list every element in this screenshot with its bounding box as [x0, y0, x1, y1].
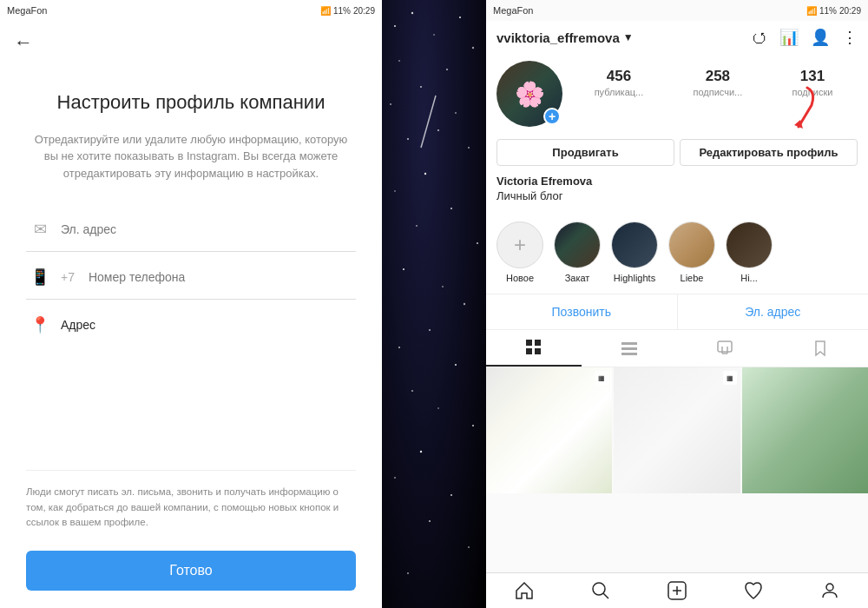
tab-tagged[interactable] — [677, 330, 773, 367]
svg-rect-41 — [621, 353, 637, 355]
svg-point-32 — [407, 572, 409, 574]
svg-point-21 — [429, 329, 431, 331]
svg-rect-39 — [621, 342, 637, 345]
highlight-liebe[interactable]: Liebe — [668, 221, 715, 283]
battery-left: 11% — [333, 6, 351, 16]
top-bar: vviktoria_effremova ▼ ⭯ 📊 👤 ⋮ — [496, 21, 858, 54]
svg-rect-37 — [526, 348, 532, 354]
highlight-sunset[interactable]: Закат — [554, 221, 601, 283]
promote-button[interactable]: Продвигать — [496, 139, 674, 166]
email-contact-button[interactable]: Эл. адрес — [678, 294, 869, 329]
svg-point-5 — [398, 60, 400, 62]
highlight-circle-sunset — [554, 221, 601, 268]
contact-buttons: Позвонить Эл. адрес — [486, 294, 868, 329]
nav-heart[interactable] — [715, 580, 792, 601]
nav-profile[interactable] — [792, 580, 868, 601]
email-input[interactable] — [61, 222, 352, 236]
svg-point-20 — [464, 303, 465, 305]
photo-cell-2[interactable]: ▦ — [614, 367, 740, 493]
following-label: подписки — [792, 87, 833, 97]
highlights-row: + Новое Закат Highlights Liebe — [486, 211, 868, 294]
photo-cell-1[interactable]: ▦ — [486, 367, 612, 493]
svg-point-22 — [398, 347, 400, 348]
highlight-highlights[interactable]: Highlights — [611, 221, 658, 283]
highlight-new[interactable]: + Новое — [496, 221, 543, 283]
divider-panel — [382, 0, 486, 608]
chevron-down-icon: ▼ — [623, 31, 634, 43]
time-left: 20:29 — [353, 6, 375, 16]
top-bar-icons: ⭯ 📊 👤 ⋮ — [752, 28, 858, 47]
svg-point-23 — [455, 364, 457, 366]
status-icons-left: 📶 11% 20:29 — [320, 6, 375, 16]
followers-label: подписчи... — [693, 87, 742, 97]
tab-saved[interactable] — [773, 330, 868, 367]
left-content: Настроить профиль компании Отредактируйт… — [0, 64, 382, 608]
profile-info: Victoria Efremova Личный блог — [496, 175, 858, 202]
svg-point-18 — [403, 268, 404, 270]
status-bar-left: MegaFon 📶 11% 20:29 — [0, 0, 382, 21]
more-icon[interactable]: ⋮ — [842, 28, 858, 47]
nav-home[interactable] — [486, 580, 562, 601]
username-area[interactable]: vviktoria_effremova ▼ — [496, 30, 741, 45]
highlight-image-highlights — [612, 222, 657, 268]
svg-point-27 — [420, 451, 422, 453]
highlight-more[interactable]: Hi... — [726, 221, 773, 283]
svg-point-3 — [459, 17, 461, 18]
photo-cell-3[interactable] — [742, 367, 868, 493]
svg-point-7 — [420, 86, 422, 88]
stat-followers[interactable]: 258 подписчи... — [693, 68, 742, 97]
highlight-label-more: Hi... — [740, 273, 758, 283]
tab-bar — [486, 329, 868, 367]
svg-rect-42 — [718, 341, 732, 352]
add-person-icon[interactable]: 👤 — [811, 28, 830, 47]
edit-profile-button[interactable]: Редактировать профиль — [680, 139, 858, 166]
address-field-row: 📍 Адрес — [26, 303, 356, 341]
svg-point-19 — [442, 286, 444, 287]
phone-icon: 📱 — [30, 268, 50, 287]
email-icon: ✉ — [30, 220, 50, 239]
wifi-icon-right: 📶 — [806, 6, 817, 16]
info-text: Люди смогут писать эл. письма, звонить и… — [26, 470, 356, 544]
svg-point-0 — [394, 25, 396, 27]
avatar-add-button[interactable]: + — [543, 108, 561, 125]
stats-icon[interactable]: 📊 — [779, 28, 799, 47]
svg-point-1 — [411, 12, 413, 14]
back-button[interactable]: ← — [0, 21, 382, 64]
posts-count: 456 — [607, 68, 631, 85]
stat-posts[interactable]: 456 публикац... — [595, 68, 644, 97]
highlight-circle-more — [726, 221, 773, 268]
carrier-right: MegaFon — [493, 5, 533, 16]
wifi-icon: 📶 — [320, 6, 331, 16]
svg-rect-38 — [535, 348, 541, 354]
call-button[interactable]: Позвонить — [486, 294, 678, 329]
highlight-circle-liebe — [668, 221, 715, 268]
profile-header: vviktoria_effremova ▼ ⭯ 📊 👤 ⋮ 🌸 + 456 — [486, 21, 868, 211]
nav-search[interactable] — [562, 580, 639, 601]
svg-rect-36 — [535, 340, 541, 346]
plus-icon: + — [514, 233, 526, 257]
left-panel: MegaFon 📶 11% 20:29 ← Настроить профиль … — [0, 0, 382, 608]
svg-point-10 — [407, 138, 409, 140]
avatar-wrap: 🌸 + — [496, 61, 562, 127]
history-icon[interactable]: ⭯ — [752, 29, 767, 47]
posts-label: публикац... — [595, 87, 644, 97]
ready-button[interactable]: Готово — [26, 551, 356, 591]
highlight-circle-highlights — [611, 221, 658, 268]
highlight-circle-new: + — [496, 221, 543, 268]
svg-point-6 — [446, 69, 448, 70]
highlight-label-liebe: Liebe — [681, 273, 704, 283]
highlight-image-liebe — [669, 222, 714, 268]
phone-input[interactable] — [89, 270, 352, 284]
tab-list[interactable] — [582, 330, 677, 367]
svg-point-17 — [477, 242, 478, 244]
battery-right: 11% — [819, 6, 837, 16]
stat-following[interactable]: 131 подписки — [792, 68, 833, 97]
phone-field-row: 📱 +7 — [26, 255, 356, 300]
email-field-row: ✉ — [26, 208, 356, 252]
nav-add[interactable] — [639, 580, 715, 601]
highlight-image-sunset — [555, 222, 600, 268]
svg-point-29 — [450, 494, 452, 496]
carrier-left: MegaFon — [7, 5, 47, 16]
tab-grid[interactable] — [486, 330, 582, 367]
svg-point-13 — [424, 173, 426, 175]
